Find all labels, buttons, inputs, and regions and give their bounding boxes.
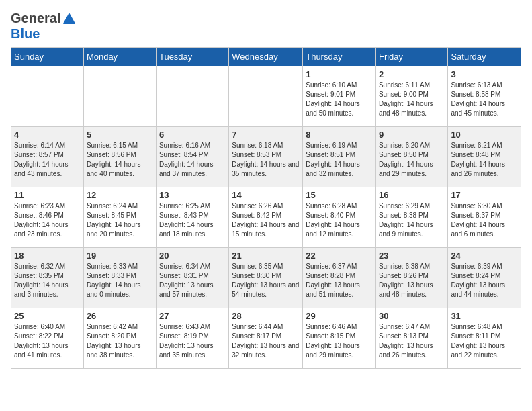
day-info: Sunrise: 6:39 AM Sunset: 8:24 PM Dayligh…	[451, 262, 518, 300]
day-info: Sunrise: 6:19 AM Sunset: 8:51 PM Dayligh…	[306, 141, 373, 179]
day-info: Sunrise: 6:14 AM Sunset: 8:57 PM Dayligh…	[14, 141, 81, 179]
weekday-header-monday: Monday	[83, 48, 156, 66]
day-info: Sunrise: 6:35 AM Sunset: 8:30 PM Dayligh…	[232, 262, 300, 300]
weekday-header-sunday: Sunday	[11, 48, 84, 66]
calendar-cell: 17Sunrise: 6:30 AM Sunset: 8:37 PM Dayli…	[448, 187, 521, 248]
calendar-cell: 26Sunrise: 6:42 AM Sunset: 8:20 PM Dayli…	[83, 308, 156, 369]
weekday-header-row: SundayMondayTuesdayWednesdayThursdayFrid…	[11, 48, 521, 66]
calendar-week-5: 25Sunrise: 6:40 AM Sunset: 8:22 PM Dayli…	[11, 308, 521, 369]
calendar-cell	[11, 66, 84, 127]
day-info: Sunrise: 6:47 AM Sunset: 8:13 PM Dayligh…	[379, 322, 445, 360]
day-number: 14	[232, 190, 300, 200]
day-number: 17	[451, 190, 518, 200]
day-info: Sunrise: 6:32 AM Sunset: 8:35 PM Dayligh…	[14, 262, 81, 300]
day-info: Sunrise: 6:24 AM Sunset: 8:45 PM Dayligh…	[87, 201, 153, 239]
calendar-cell	[156, 66, 228, 127]
calendar-cell: 8Sunrise: 6:19 AM Sunset: 8:51 PM Daylig…	[303, 127, 376, 187]
calendar-cell: 15Sunrise: 6:28 AM Sunset: 8:40 PM Dayli…	[303, 187, 376, 248]
weekday-header-thursday: Thursday	[303, 48, 376, 66]
calendar-cell: 4Sunrise: 6:14 AM Sunset: 8:57 PM Daylig…	[11, 127, 84, 187]
svg-marker-0	[63, 13, 75, 24]
day-number: 22	[306, 250, 373, 261]
calendar-table: SundayMondayTuesdayWednesdayThursdayFrid…	[11, 47, 521, 369]
calendar-cell: 13Sunrise: 6:25 AM Sunset: 8:43 PM Dayli…	[156, 187, 228, 248]
calendar-cell: 11Sunrise: 6:23 AM Sunset: 8:46 PM Dayli…	[11, 187, 84, 248]
day-info: Sunrise: 6:40 AM Sunset: 8:22 PM Dayligh…	[14, 322, 81, 360]
day-number: 21	[232, 250, 300, 261]
day-number: 24	[451, 250, 518, 261]
day-info: Sunrise: 6:13 AM Sunset: 8:58 PM Dayligh…	[451, 81, 518, 118]
day-info: Sunrise: 6:43 AM Sunset: 8:19 PM Dayligh…	[159, 322, 226, 360]
day-number: 28	[232, 311, 300, 321]
calendar-cell: 6Sunrise: 6:16 AM Sunset: 8:54 PM Daylig…	[156, 127, 228, 187]
calendar-cell: 23Sunrise: 6:38 AM Sunset: 8:26 PM Dayli…	[375, 248, 447, 308]
calendar-cell: 9Sunrise: 6:20 AM Sunset: 8:50 PM Daylig…	[375, 127, 447, 187]
day-number: 23	[379, 250, 445, 261]
day-info: Sunrise: 6:23 AM Sunset: 8:46 PM Dayligh…	[14, 201, 81, 239]
calendar-cell: 16Sunrise: 6:29 AM Sunset: 8:38 PM Dayli…	[375, 187, 447, 248]
calendar-cell: 1Sunrise: 6:10 AM Sunset: 9:01 PM Daylig…	[303, 66, 376, 127]
day-number: 20	[159, 250, 226, 261]
calendar-cell: 29Sunrise: 6:46 AM Sunset: 8:15 PM Dayli…	[303, 308, 376, 369]
day-number: 29	[306, 311, 373, 321]
calendar-cell: 27Sunrise: 6:43 AM Sunset: 8:19 PM Dayli…	[156, 308, 228, 369]
calendar-week-4: 18Sunrise: 6:32 AM Sunset: 8:35 PM Dayli…	[11, 248, 521, 308]
calendar-cell: 12Sunrise: 6:24 AM Sunset: 8:45 PM Dayli…	[83, 187, 156, 248]
page-header: General Blue	[11, 11, 521, 42]
calendar-cell: 7Sunrise: 6:18 AM Sunset: 8:53 PM Daylig…	[229, 127, 303, 187]
logo-general: General	[11, 11, 60, 26]
day-info: Sunrise: 6:29 AM Sunset: 8:38 PM Dayligh…	[379, 201, 445, 239]
day-number: 11	[14, 190, 81, 200]
day-info: Sunrise: 6:48 AM Sunset: 8:11 PM Dayligh…	[451, 322, 518, 360]
calendar-cell: 24Sunrise: 6:39 AM Sunset: 8:24 PM Dayli…	[448, 248, 521, 308]
day-info: Sunrise: 6:33 AM Sunset: 8:33 PM Dayligh…	[87, 262, 153, 300]
calendar-cell: 21Sunrise: 6:35 AM Sunset: 8:30 PM Dayli…	[229, 248, 303, 308]
calendar-cell: 22Sunrise: 6:37 AM Sunset: 8:28 PM Dayli…	[303, 248, 376, 308]
calendar-cell: 20Sunrise: 6:34 AM Sunset: 8:31 PM Dayli…	[156, 248, 228, 308]
day-number: 25	[14, 311, 81, 321]
day-number: 27	[159, 311, 226, 321]
day-info: Sunrise: 6:18 AM Sunset: 8:53 PM Dayligh…	[232, 141, 300, 179]
day-number: 7	[232, 130, 300, 140]
calendar-cell: 3Sunrise: 6:13 AM Sunset: 8:58 PM Daylig…	[448, 66, 521, 127]
day-number: 3	[451, 69, 518, 79]
calendar-cell	[229, 66, 303, 127]
day-info: Sunrise: 6:15 AM Sunset: 8:56 PM Dayligh…	[87, 141, 153, 179]
calendar-cell: 19Sunrise: 6:33 AM Sunset: 8:33 PM Dayli…	[83, 248, 156, 308]
logo-blue: Blue	[11, 26, 40, 42]
day-number: 6	[159, 130, 226, 140]
day-info: Sunrise: 6:10 AM Sunset: 9:01 PM Dayligh…	[306, 81, 373, 118]
day-number: 19	[87, 250, 153, 261]
weekday-header-friday: Friday	[375, 48, 447, 66]
day-number: 16	[379, 190, 445, 200]
calendar-cell: 2Sunrise: 6:11 AM Sunset: 9:00 PM Daylig…	[375, 66, 447, 127]
day-info: Sunrise: 6:34 AM Sunset: 8:31 PM Dayligh…	[159, 262, 226, 300]
calendar-week-3: 11Sunrise: 6:23 AM Sunset: 8:46 PM Dayli…	[11, 187, 521, 248]
day-info: Sunrise: 6:44 AM Sunset: 8:17 PM Dayligh…	[232, 322, 300, 360]
day-info: Sunrise: 6:25 AM Sunset: 8:43 PM Dayligh…	[159, 201, 226, 239]
day-info: Sunrise: 6:46 AM Sunset: 8:15 PM Dayligh…	[306, 322, 373, 360]
logo-icon	[62, 11, 77, 26]
day-info: Sunrise: 6:37 AM Sunset: 8:28 PM Dayligh…	[306, 262, 373, 300]
calendar-cell: 10Sunrise: 6:21 AM Sunset: 8:48 PM Dayli…	[448, 127, 521, 187]
weekday-header-saturday: Saturday	[448, 48, 521, 66]
calendar-week-2: 4Sunrise: 6:14 AM Sunset: 8:57 PM Daylig…	[11, 127, 521, 187]
calendar-cell: 18Sunrise: 6:32 AM Sunset: 8:35 PM Dayli…	[11, 248, 84, 308]
day-info: Sunrise: 6:42 AM Sunset: 8:20 PM Dayligh…	[87, 322, 153, 360]
day-number: 9	[379, 130, 445, 140]
day-number: 1	[306, 69, 373, 79]
day-info: Sunrise: 6:11 AM Sunset: 9:00 PM Dayligh…	[379, 81, 445, 118]
day-number: 10	[451, 130, 518, 140]
day-number: 18	[14, 250, 81, 261]
day-number: 12	[87, 190, 153, 200]
day-info: Sunrise: 6:20 AM Sunset: 8:50 PM Dayligh…	[379, 141, 445, 179]
day-number: 30	[379, 311, 445, 321]
day-number: 31	[451, 311, 518, 321]
calendar-cell: 25Sunrise: 6:40 AM Sunset: 8:22 PM Dayli…	[11, 308, 84, 369]
day-number: 15	[306, 190, 373, 200]
day-number: 4	[14, 130, 81, 140]
day-info: Sunrise: 6:26 AM Sunset: 8:42 PM Dayligh…	[232, 201, 300, 239]
logo: General Blue	[11, 11, 78, 42]
day-info: Sunrise: 6:21 AM Sunset: 8:48 PM Dayligh…	[451, 141, 518, 179]
calendar-cell: 28Sunrise: 6:44 AM Sunset: 8:17 PM Dayli…	[229, 308, 303, 369]
